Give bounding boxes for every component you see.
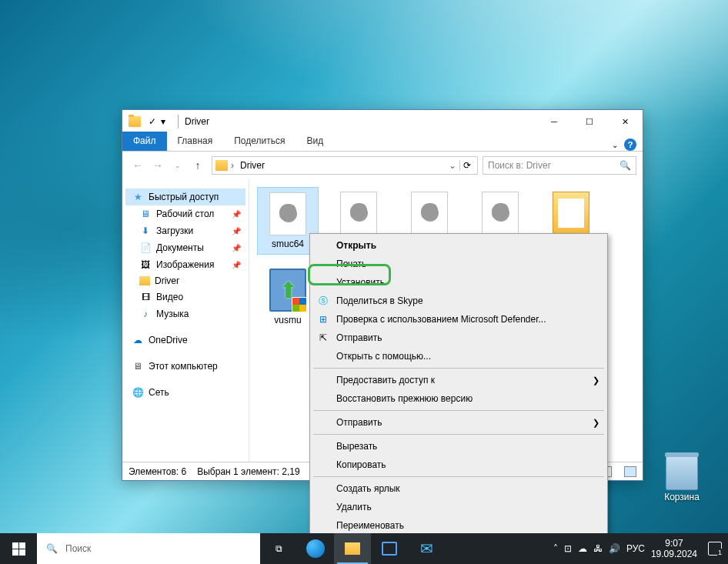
menu-item-send[interactable]: ⇱Отправить	[312, 329, 606, 347]
sidebar-item-label: Видео	[156, 292, 183, 302]
minimize-button[interactable]: ─	[536, 110, 572, 133]
pin-icon: 📌	[232, 227, 241, 235]
menu-item-send-to[interactable]: Отправить❯	[312, 413, 606, 432]
menu-item-defender[interactable]: ⊞Проверка с использованием Microsoft Def…	[312, 310, 606, 329]
mail-icon: ✉	[420, 539, 433, 558]
view-icons-button[interactable]	[624, 466, 636, 477]
tab-home[interactable]: Главная	[167, 132, 224, 151]
menu-item-print[interactable]: Печать	[312, 255, 606, 273]
menu-item-open[interactable]: Открыть	[312, 236, 606, 255]
search-icon: 🔍	[46, 543, 58, 554]
recycle-bin[interactable]: Корзина	[659, 455, 705, 502]
sidebar-item-label: OneDrive	[149, 335, 188, 345]
cat-file-icon	[553, 192, 589, 235]
clock-time: 9:07	[651, 538, 697, 549]
sidebar-item-label: Изображения	[156, 259, 214, 270]
tray-meet-icon[interactable]: ⊡	[564, 543, 572, 554]
skype-icon: ⓢ	[316, 294, 330, 308]
search-placeholder: Поиск	[65, 543, 91, 554]
task-view-button[interactable]: ⧉	[260, 533, 297, 564]
qat-button[interactable]: ▾	[161, 116, 172, 127]
folder-icon	[129, 116, 141, 127]
menu-item-open-with[interactable]: Открыть с помощью...	[312, 347, 606, 365]
status-selection: Выбран 1 элемент: 2,19	[197, 466, 299, 477]
help-icon[interactable]: ?	[624, 138, 636, 151]
sidebar-item-label: Музыка	[156, 309, 189, 319]
address-dropdown-icon[interactable]: ⌄	[449, 160, 456, 171]
sidebar-item-onedrive[interactable]: OneDrive	[125, 332, 245, 349]
sidebar-item-label: Этот компьютер	[149, 361, 218, 372]
sidebar-item-music[interactable]: Музыка	[125, 305, 245, 322]
titlebar[interactable]: ✓ ▾ Driver ─ ☐ ✕	[122, 110, 643, 133]
forward-button[interactable]: →	[149, 156, 167, 175]
maximize-button[interactable]: ☐	[572, 110, 607, 133]
address-bar[interactable]: › Driver ⌄ ⟳	[212, 156, 478, 175]
sidebar-item-quick-access[interactable]: Быстрый доступ	[125, 189, 245, 205]
submenu-arrow-icon: ❯	[593, 375, 599, 385]
tray-language[interactable]: РУС	[626, 543, 645, 554]
search-icon: 🔍	[619, 160, 631, 171]
tray-clock[interactable]: 9:07 19.09.2024	[651, 538, 697, 560]
ribbon-tabs: Файл Главная Поделиться Вид ⌄ ?	[122, 133, 643, 152]
taskbar-app-store[interactable]	[371, 533, 408, 564]
quick-access-toolbar: ✓ ▾	[149, 116, 172, 127]
menu-item-copy[interactable]: Копировать	[312, 456, 606, 474]
tab-view[interactable]: Вид	[296, 132, 334, 151]
folder-icon	[345, 542, 360, 555]
refresh-button[interactable]: ⟳	[459, 160, 474, 171]
sidebar-item-video[interactable]: Видео	[125, 289, 245, 305]
pin-icon: 📌	[232, 244, 241, 252]
tab-share[interactable]: Поделиться	[223, 132, 296, 151]
menu-item-delete[interactable]: Удалить	[312, 498, 606, 516]
music-icon	[139, 308, 152, 320]
status-item-count: Элементов: 6	[129, 466, 186, 477]
file-name: smuc64	[272, 239, 304, 249]
menu-item-install[interactable]: Установить	[312, 273, 606, 292]
tab-file[interactable]: Файл	[122, 132, 167, 151]
ribbon-expand-icon[interactable]: ⌄	[612, 141, 618, 149]
network-icon	[132, 386, 144, 399]
back-button[interactable]: ←	[129, 156, 147, 175]
sidebar-item-desktop[interactable]: Рабочий стол📌	[125, 205, 245, 222]
navigation-bar: ← → ⌄ ↑ › Driver ⌄ ⟳ Поиск в: Driver 🔍	[122, 152, 643, 179]
recent-dropdown[interactable]: ⌄	[169, 156, 187, 175]
menu-item-skype[interactable]: ⓢПоделиться в Skype	[312, 292, 606, 310]
sidebar-item-documents[interactable]: Документы📌	[125, 239, 245, 256]
tray-network-icon[interactable]: 🖧	[593, 543, 603, 554]
documents-icon	[139, 242, 152, 254]
taskbar-app-edge[interactable]	[297, 533, 334, 564]
pc-icon	[132, 360, 144, 372]
qat-button[interactable]: ✓	[149, 116, 159, 127]
menu-item-restore[interactable]: Восстановить прежнюю версию	[312, 389, 606, 408]
taskbar-app-mail[interactable]: ✉	[408, 533, 445, 564]
up-button[interactable]: ↑	[189, 156, 207, 175]
sidebar-item-network[interactable]: Сеть	[125, 384, 245, 401]
sidebar-item-downloads[interactable]: Загрузки📌	[125, 222, 245, 239]
sidebar-item-pictures[interactable]: Изображения📌	[125, 256, 245, 273]
sidebar-item-this-pc[interactable]: Этот компьютер	[125, 358, 245, 375]
menu-item-rename[interactable]: Переименовать	[312, 516, 606, 535]
menu-item-grant-access[interactable]: Предоставить доступ к❯	[312, 371, 606, 389]
search-input[interactable]: Поиск в: Driver 🔍	[483, 156, 636, 175]
tray-onedrive-icon[interactable]: ☁	[578, 543, 587, 554]
sidebar-item-label: Загрузки	[156, 225, 193, 236]
menu-item-cut[interactable]: Вырезать	[312, 437, 606, 456]
breadcrumb[interactable]: Driver	[237, 160, 268, 171]
sidebar-item-driver[interactable]: Driver	[125, 273, 245, 289]
system-tray: ˄ ⊡ ☁ 🖧 🔊 РУС 9:07 19.09.2024	[547, 533, 728, 564]
share-icon: ⇱	[316, 331, 330, 345]
menu-item-shortcut[interactable]: Создать ярлык	[312, 479, 606, 498]
pictures-icon	[139, 259, 152, 271]
window-title: Driver	[185, 116, 209, 127]
start-button[interactable]	[0, 533, 37, 564]
pin-icon: 📌	[232, 210, 241, 219]
tray-volume-icon[interactable]: 🔊	[609, 543, 620, 554]
notifications-button[interactable]	[708, 542, 722, 556]
taskbar-search[interactable]: 🔍 Поиск	[37, 533, 260, 564]
video-icon	[139, 291, 152, 303]
taskbar-app-explorer[interactable]	[334, 533, 371, 564]
recycle-bin-label: Корзина	[664, 492, 700, 502]
edge-icon	[306, 539, 325, 558]
close-button[interactable]: ✕	[607, 110, 643, 133]
tray-chevron-icon[interactable]: ˄	[553, 543, 558, 554]
